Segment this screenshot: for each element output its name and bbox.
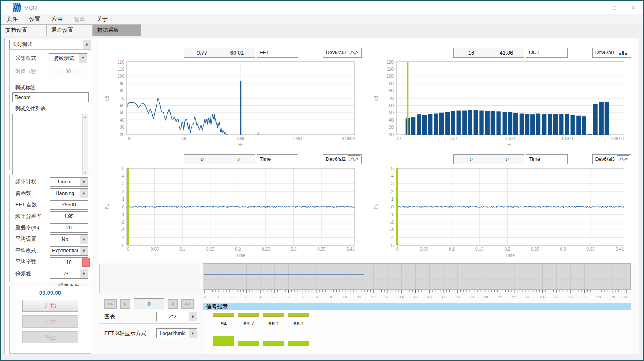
- signal-indicator-body: 94 66.7 66.1 66.1: [203, 310, 631, 354]
- svg-text:1: 1: [391, 197, 394, 201]
- signal-meter: 66.1: [263, 313, 284, 327]
- svg-text:0.41: 0.41: [616, 247, 624, 252]
- octave-select[interactable]: 1/3 ▼: [50, 269, 88, 279]
- avg-mode-select[interactable]: Exponential ▼: [50, 246, 88, 256]
- oct-type-box[interactable]: OCT: [526, 48, 568, 58]
- svg-text:0.1: 0.1: [179, 247, 185, 252]
- fft-points-field[interactable]: [50, 200, 88, 210]
- menu-settings[interactable]: 设置: [23, 15, 46, 23]
- record-button: 记录: [22, 315, 78, 328]
- signal-level-bar: [238, 341, 259, 346]
- window-fn-select[interactable]: Hanning ▼: [50, 188, 88, 198]
- signal-level-bar: [288, 313, 309, 317]
- svg-text:5: 5: [122, 166, 124, 171]
- freq-weighting-label: 频率计权: [15, 178, 50, 186]
- fft-plot[interactable]: 2030405060708090100110120101001000100001…: [104, 59, 362, 148]
- minimize-button[interactable]: —: [586, 1, 605, 14]
- oct-plot[interactable]: 2030405060708090100110120101001000100001…: [373, 59, 631, 148]
- chevron-down-icon: ▼: [80, 269, 88, 278]
- close-button[interactable]: ✕: [624, 1, 643, 14]
- fft-type-box[interactable]: FFT: [257, 48, 298, 58]
- time-ai3-type-box[interactable]: Time: [526, 154, 568, 164]
- test-file-list[interactable]: ▲ ▼: [12, 114, 88, 175]
- freq-weighting-select[interactable]: Linear ▼: [50, 177, 88, 187]
- charts-grid: 9.77 60.01 FFT Dev6/ai0 2030405060708090…: [98, 39, 637, 262]
- svg-text:11: 11: [357, 295, 361, 299]
- chevron-down-icon: ▼: [80, 178, 88, 186]
- acq-mode-select[interactable]: 持续测试 ▼: [49, 53, 87, 63]
- tab-document-settings[interactable]: 文档设置: [1, 24, 47, 36]
- menu-about[interactable]: 关于: [91, 15, 114, 23]
- fft-channel-box[interactable]: Dev6/ai0: [323, 48, 362, 58]
- time-ai3-channel-box[interactable]: Dev6/ai3: [592, 154, 631, 164]
- menu-file[interactable]: 文件: [1, 15, 23, 23]
- svg-text:1000: 1000: [236, 136, 246, 141]
- avg-setting-select[interactable]: No ▼: [50, 234, 88, 244]
- maximize-button[interactable]: □: [605, 1, 624, 14]
- tab-data-acquisition[interactable]: 数据采集: [93, 24, 141, 36]
- chart-cell-fft: 9.77 60.01 FFT Dev6/ai0 2030405060708090…: [98, 39, 368, 151]
- svg-text:100000: 100000: [610, 136, 624, 141]
- svg-text:40: 40: [120, 118, 125, 122]
- svg-text:Time: Time: [236, 253, 245, 258]
- svg-text:0.2: 0.2: [235, 247, 241, 252]
- svg-text:3: 3: [391, 181, 394, 186]
- svg-text:100000: 100000: [341, 136, 355, 141]
- svg-text:0.1: 0.1: [449, 247, 455, 252]
- overlap-field[interactable]: [50, 223, 88, 233]
- fft-xaxis-mode-select[interactable]: Logarithmic ▼: [156, 328, 197, 338]
- test-label-field[interactable]: [12, 92, 89, 102]
- time-ai2-type-box[interactable]: Time: [257, 154, 298, 164]
- test-mode-select[interactable]: 实时测试 ▼: [9, 40, 91, 49]
- scroll-down-icon[interactable]: ▼: [84, 171, 87, 174]
- nav-last-button[interactable]: >>: [181, 299, 194, 309]
- svg-text:0: 0: [122, 205, 124, 209]
- start-button[interactable]: 开始: [22, 300, 78, 312]
- analysis-params-group: 频率计权 Linear ▼ 窗函数 Hanning ▼ FFT 点数 频率分辨率: [9, 175, 91, 282]
- svg-text:0.15: 0.15: [206, 247, 215, 252]
- scroll-up-icon[interactable]: ▲: [84, 115, 87, 118]
- nav-next-button[interactable]: >: [168, 299, 178, 309]
- svg-text:0: 0: [396, 247, 399, 252]
- freq-resolution-field[interactable]: [50, 211, 88, 221]
- svg-text:10000: 10000: [292, 136, 304, 141]
- scrollbar[interactable]: ▲ ▼: [82, 114, 88, 175]
- svg-text:13: 13: [385, 295, 390, 299]
- svg-text:0.2: 0.2: [504, 247, 510, 252]
- svg-text:7: 7: [302, 295, 304, 299]
- nav-prev-button[interactable]: <: [120, 299, 130, 309]
- svg-text:30: 30: [120, 125, 125, 130]
- menu-application[interactable]: 应用: [46, 15, 68, 23]
- svg-text:-5: -5: [121, 243, 124, 248]
- svg-text:-3: -3: [121, 228, 124, 232]
- svg-text:50: 50: [120, 110, 125, 115]
- time-ai2-plot[interactable]: -5-4-3-2-101234500.050.10.150.20.250.30.…: [104, 166, 362, 259]
- signal-level-bar: [213, 336, 234, 346]
- svg-text:0: 0: [391, 205, 394, 209]
- tab-channel-settings[interactable]: 通道设置: [47, 24, 93, 36]
- time-ai3-plot[interactable]: -5-4-3-2-101234500.050.10.150.20.250.30.…: [373, 166, 631, 259]
- avg-setting-label: 平均设置: [15, 236, 50, 243]
- title-bar: MCR — □ ✕: [1, 1, 643, 14]
- svg-text:dB: dB: [105, 96, 109, 101]
- svg-text:1000: 1000: [505, 136, 515, 141]
- svg-text:20: 20: [120, 132, 125, 137]
- signal-meter: 94: [213, 313, 234, 327]
- svg-text:60: 60: [389, 103, 394, 108]
- svg-text:2: 2: [391, 189, 394, 194]
- oct-channel-box[interactable]: Dev6/ai1: [592, 48, 631, 58]
- stop-button: 停止: [22, 331, 78, 343]
- app-logo-icon: [13, 3, 21, 12]
- svg-text:30: 30: [389, 125, 394, 130]
- time-ai2-channel-box[interactable]: Dev6/ai2: [323, 154, 362, 164]
- waveform-icon: [348, 49, 360, 56]
- svg-text:110: 110: [387, 67, 394, 71]
- nav-first-button[interactable]: <<: [104, 299, 117, 309]
- time-seconds-field: [49, 67, 87, 76]
- signal-level-bar: [238, 313, 259, 317]
- svg-text:50: 50: [389, 110, 394, 115]
- display-control-panel: << < 0 > >> 图表 2*2 ▼ FFT X轴显示方式 Logarith…: [98, 263, 201, 355]
- chart-layout-select[interactable]: 2*2 ▼: [156, 312, 197, 321]
- record-timeline[interactable]: 0123456789101112131415161718192021222324…: [203, 263, 631, 301]
- chevron-down-icon: ▼: [189, 329, 197, 338]
